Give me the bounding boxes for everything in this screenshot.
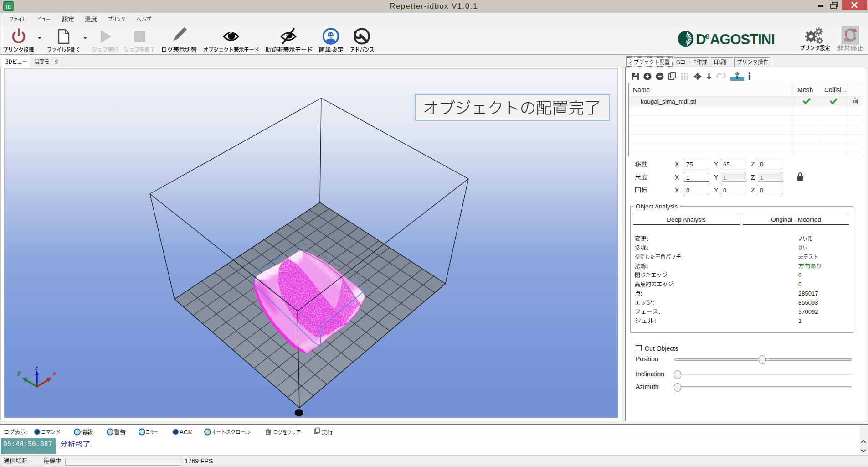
svg-text:0: 0 — [686, 187, 689, 194]
svg-text:Inclination: Inclination — [636, 370, 664, 378]
svg-text:1: 1 — [798, 317, 801, 324]
svg-text:Name: Name — [633, 86, 650, 93]
svg-text:0: 0 — [760, 161, 763, 168]
svg-text:1: 1 — [760, 174, 763, 181]
svg-text:-: - — [31, 458, 33, 465]
svg-text:65: 65 — [723, 161, 729, 168]
svg-text:Mesh: Mesh — [797, 86, 813, 93]
svg-text:0: 0 — [798, 281, 801, 288]
svg-text:855093: 855093 — [798, 299, 818, 306]
svg-text:75: 75 — [686, 161, 693, 168]
svg-text:id: id — [6, 4, 11, 10]
svg-text:Azimuth: Azimuth — [636, 383, 659, 390]
svg-text:1: 1 — [723, 174, 726, 181]
svg-text:e: e — [705, 31, 710, 41]
svg-text:1769 FPS: 1769 FPS — [185, 457, 213, 465]
svg-text:Z: Z — [751, 187, 755, 194]
svg-text:Deep Analysis: Deep Analysis — [667, 216, 706, 223]
svg-text:Object Analysis: Object Analysis — [636, 203, 678, 210]
svg-text:09:48:50.087: 09:48:50.087 — [3, 441, 52, 448]
svg-text:Z: Z — [751, 174, 755, 181]
svg-text:z: z — [35, 365, 38, 371]
svg-text:ACK: ACK — [180, 429, 192, 436]
svg-text:285017: 285017 — [798, 290, 818, 297]
svg-text:X: X — [675, 187, 679, 194]
svg-text:Original - Modified: Original - Modified — [771, 216, 821, 223]
svg-text:0: 0 — [760, 187, 763, 194]
svg-text:Position: Position — [636, 355, 658, 363]
svg-text:y: y — [17, 369, 21, 376]
svg-text:570062: 570062 — [798, 308, 818, 315]
svg-text:0: 0 — [798, 272, 801, 279]
svg-text:Repetier-idbox V1.0.1: Repetier-idbox V1.0.1 — [390, 2, 478, 10]
svg-text:kougai_sima_mdl.stl: kougai_sima_mdl.stl — [641, 98, 696, 105]
svg-text:Y: Y — [714, 187, 719, 194]
svg-text:Y: Y — [714, 161, 719, 168]
svg-text:0: 0 — [723, 187, 726, 194]
svg-text:Z: Z — [751, 161, 755, 168]
svg-text:Cut Objects: Cut Objects — [645, 345, 678, 352]
svg-text:AGOSTINI: AGOSTINI — [710, 31, 775, 47]
svg-text:x: x — [52, 370, 56, 377]
svg-text:X: X — [675, 161, 679, 168]
svg-text:Collisi...: Collisi... — [824, 86, 847, 93]
svg-text:X: X — [675, 174, 679, 181]
svg-text:Y: Y — [714, 174, 719, 181]
svg-text:1: 1 — [686, 174, 689, 181]
